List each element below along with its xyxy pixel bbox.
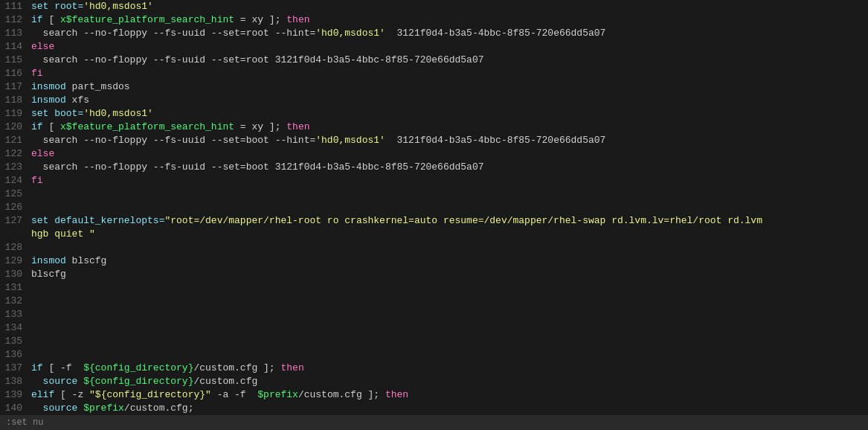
line-content: set default_kernelopts="root=/dev/mapper… bbox=[28, 214, 762, 228]
code-line: 138 source ${config_directory}/custom.cf… bbox=[0, 375, 868, 388]
code-line: 123 search --no-floppy --fs-uuid --set=b… bbox=[0, 161, 868, 174]
line-number: 127 bbox=[0, 214, 28, 228]
code-line: 137if [ -f ${config_directory}/custom.cf… bbox=[0, 362, 868, 375]
code-line: 132 bbox=[0, 295, 868, 308]
code-line: 125 bbox=[0, 187, 868, 201]
line-content: source ${config_directory}/custom.cfg bbox=[28, 375, 257, 388]
line-number: 133 bbox=[0, 308, 28, 321]
line-number: 136 bbox=[0, 348, 28, 362]
line-number: 119 bbox=[0, 107, 28, 121]
line-content: search --no-floppy --fs-uuid --set=root … bbox=[28, 54, 484, 67]
line-content: insmod blscfg bbox=[28, 254, 106, 268]
line-number: 111 bbox=[0, 0, 28, 13]
line-content: set root='hd0,msdos1' bbox=[28, 0, 153, 13]
line-number: 116 bbox=[0, 67, 28, 80]
code-line: 120if [ x$feature_platform_search_hint =… bbox=[0, 121, 868, 134]
code-line: 113 search --no-floppy --fs-uuid --set=r… bbox=[0, 27, 868, 40]
code-line: 129insmod blscfg bbox=[0, 254, 868, 268]
line-number: 130 bbox=[0, 268, 28, 281]
line-number: 126 bbox=[0, 201, 28, 214]
line-number: 139 bbox=[0, 388, 28, 402]
line-number: 114 bbox=[0, 40, 28, 54]
line-number: 135 bbox=[0, 335, 28, 348]
line-content: if [ x$feature_platform_search_hint = xy… bbox=[28, 121, 310, 134]
line-number: 117 bbox=[0, 80, 28, 94]
code-line: 121 search --no-floppy --fs-uuid --set=b… bbox=[0, 134, 868, 147]
line-number: 137 bbox=[0, 362, 28, 375]
line-number: 120 bbox=[0, 121, 28, 134]
code-line: 127set default_kernelopts="root=/dev/map… bbox=[0, 214, 868, 228]
line-content: search --no-floppy --fs-uuid --set=boot … bbox=[28, 161, 484, 174]
line-number: 115 bbox=[0, 54, 28, 67]
line-content: if [ x$feature_platform_search_hint = xy… bbox=[28, 13, 310, 27]
line-number: 134 bbox=[0, 321, 28, 335]
line-number: 112 bbox=[0, 13, 28, 27]
code-line: 117insmod part_msdos bbox=[0, 80, 868, 94]
code-line: 124fi bbox=[0, 174, 868, 187]
code-editor[interactable]: 111set root='hd0,msdos1'112if [ x$featur… bbox=[0, 0, 868, 430]
code-line: 116fi bbox=[0, 67, 868, 80]
code-line: 126 bbox=[0, 201, 868, 214]
code-line: 140 source $prefix/custom.cfg; bbox=[0, 402, 868, 415]
code-line: 115 search --no-floppy --fs-uuid --set=r… bbox=[0, 54, 868, 67]
line-number: 128 bbox=[0, 241, 28, 254]
line-number: 121 bbox=[0, 134, 28, 147]
line-number: 129 bbox=[0, 254, 28, 268]
line-content: fi bbox=[28, 67, 43, 80]
line-number: 123 bbox=[0, 161, 28, 174]
line-content: else bbox=[28, 40, 54, 54]
code-line: 111set root='hd0,msdos1' bbox=[0, 0, 868, 13]
line-number: 122 bbox=[0, 147, 28, 161]
line-number: 132 bbox=[0, 295, 28, 308]
line-content: hgb quiet " bbox=[28, 228, 95, 241]
line-number: 118 bbox=[0, 94, 28, 107]
code-lines: 111set root='hd0,msdos1'112if [ x$featur… bbox=[0, 0, 868, 430]
code-line: 134 bbox=[0, 321, 868, 335]
line-content: blscfg bbox=[28, 268, 66, 281]
line-content: search --no-floppy --fs-uuid --set=boot … bbox=[28, 134, 605, 147]
code-line: 136 bbox=[0, 348, 868, 362]
line-number: 140 bbox=[0, 402, 28, 415]
line-number: 131 bbox=[0, 281, 28, 295]
line-number: 125 bbox=[0, 187, 28, 201]
code-line: 119set boot='hd0,msdos1' bbox=[0, 107, 868, 121]
code-line: 131 bbox=[0, 281, 868, 295]
line-number: 124 bbox=[0, 174, 28, 187]
line-content: if [ -f ${config_directory}/custom.cfg ]… bbox=[28, 362, 304, 375]
status-text: :set nu bbox=[6, 417, 43, 428]
code-line: 135 bbox=[0, 335, 868, 348]
line-content: set boot='hd0,msdos1' bbox=[28, 107, 153, 121]
line-number: 138 bbox=[0, 375, 28, 388]
code-line: hgb quiet " bbox=[0, 228, 868, 241]
line-content: source $prefix/custom.cfg; bbox=[28, 402, 193, 415]
code-line: 133 bbox=[0, 308, 868, 321]
line-content: search --no-floppy --fs-uuid --set=root … bbox=[28, 27, 605, 40]
line-content: insmod part_msdos bbox=[28, 80, 130, 94]
code-line: 128 bbox=[0, 241, 868, 254]
code-line: 139elif [ -z "${config_directory}" -a -f… bbox=[0, 388, 868, 402]
line-content: else bbox=[28, 147, 54, 161]
code-line: 130blscfg bbox=[0, 268, 868, 281]
line-number: 113 bbox=[0, 27, 28, 40]
code-line: 118insmod xfs bbox=[0, 94, 868, 107]
line-content: elif [ -z "${config_directory}" -a -f $p… bbox=[28, 388, 408, 402]
code-line: 112if [ x$feature_platform_search_hint =… bbox=[0, 13, 868, 27]
line-content: fi bbox=[28, 174, 43, 187]
code-line: 114else bbox=[0, 40, 868, 54]
status-bar: :set nu bbox=[0, 415, 868, 430]
code-line: 122else bbox=[0, 147, 868, 161]
line-content: insmod xfs bbox=[28, 94, 89, 107]
